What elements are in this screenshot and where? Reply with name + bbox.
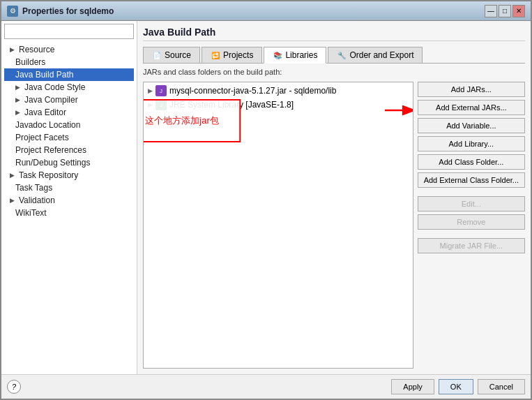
add-external-class-folder-button[interactable]: Add External Class Folder... [418,172,525,188]
dialog-content: ▶ Resource Builders Java Build Path ▶ Ja… [1,21,531,374]
add-variable-button[interactable]: Add Variable... [418,118,525,133]
tab-projects-label: Projects [223,50,253,60]
buttons-panel: Add JARs... Add External JARs... Add Var… [418,82,525,369]
sidebar-item-resource[interactable]: ▶ Resource [4,43,134,56]
sidebar-item-task-tags[interactable]: Task Tags [4,182,134,194]
window-icon: ⚙ [7,6,18,17]
sidebar-item-wikitext[interactable]: WikiText [4,207,134,219]
sidebar-item-java-editor[interactable]: ▶ Java Editor [4,106,134,119]
expand-icon: ▶ [15,96,20,103]
close-button[interactable]: ✕ [512,5,525,17]
edit-button[interactable]: Edit... [418,196,525,212]
tab-source-label: Source [165,50,191,60]
bottom-bar: ? Apply OK Cancel [1,374,531,399]
sidebar-item-run-debug[interactable]: Run/Debug Settings [4,156,134,169]
title-bar: ⚙ Properties for sqldemo — □ ✕ [1,1,531,21]
sidebar-item-label: Project Facets [15,133,69,142]
sidebar-item-label: Javadoc Location [15,120,80,130]
tab-libraries[interactable]: 📚 Libraries [264,47,326,64]
ok-button[interactable]: OK [439,379,473,394]
expand-icon: ▶ [10,197,15,204]
tab-order-export-label: Order and Export [349,50,413,60]
tab-projects[interactable]: 🔁 Projects [202,47,262,63]
classpath-tree: ▶ J mysql-connector-java-5.1.27.jar - sq… [143,82,413,369]
expand-icon: ▶ [15,109,20,116]
expand-icon: ▶ [15,84,20,91]
sidebar-item-label: Java Compiler [24,95,78,105]
expand-arrow: ▶ [148,87,153,94]
window-title: Properties for sqldemo [22,6,485,16]
help-button[interactable]: ? [7,380,21,394]
sidebar: ▶ Resource Builders Java Build Path ▶ Ja… [1,21,137,374]
panel-content: JARs and class folders on the build path… [143,68,525,369]
libraries-tab-icon: 📚 [273,50,282,60]
sidebar-item-project-facets[interactable]: Project Facets [4,131,134,144]
sidebar-item-task-repository[interactable]: ▶ Task Repository [4,169,134,182]
main-panel: Java Build Path 📄 Source 🔁 Projects 📚 Li… [137,21,531,374]
window-controls: — □ ✕ [485,5,525,17]
panel-description: JARs and class folders on the build path… [143,68,525,76]
add-jars-button[interactable]: Add JARs... [418,82,525,97]
annotation-text: 这个地方添加jar包 [145,115,218,126]
tree-item-mysql[interactable]: ▶ J mysql-connector-java-5.1.27.jar - sq… [145,84,411,98]
sidebar-item-label: Resource [19,45,54,54]
sidebar-item-java-code-style[interactable]: ▶ Java Code Style [4,81,134,94]
red-arrow-decoration [381,96,413,124]
tab-source[interactable]: 📄 Source [143,47,200,63]
remove-button[interactable]: Remove [418,214,525,230]
add-external-jars-button[interactable]: Add External JARs... [418,100,525,115]
sidebar-tree: ▶ Resource Builders Java Build Path ▶ Ja… [4,43,134,371]
tab-order-export[interactable]: 🔧 Order and Export [328,47,423,63]
sidebar-item-label: Java Build Path [15,70,73,80]
sidebar-item-label: Builders [15,57,45,67]
tab-libraries-label: Libraries [285,50,317,60]
source-tab-icon: 📄 [152,50,162,60]
minimize-button[interactable]: — [485,5,497,17]
sidebar-item-label: Java Code Style [24,82,85,92]
sidebar-item-label: Project References [15,145,86,155]
sidebar-item-label: Validation [19,195,55,205]
cancel-button[interactable]: Cancel [478,379,525,394]
migrate-jar-button[interactable]: Migrate JAR File... [418,238,525,253]
add-library-button[interactable]: Add Library... [418,136,525,151]
sidebar-item-project-references[interactable]: Project References [4,144,134,156]
sidebar-item-javadoc-location[interactable]: Javadoc Location [4,119,134,131]
sidebar-item-label: Run/Debug Settings [15,158,90,168]
expand-icon: ▶ [10,46,15,53]
order-export-tab-icon: 🔧 [337,50,347,60]
panel-title: Java Build Path [143,27,525,41]
sidebar-item-label: Task Tags [15,183,52,193]
properties-dialog: ⚙ Properties for sqldemo — □ ✕ ▶ Resourc… [0,0,532,400]
sidebar-item-builders[interactable]: Builders [4,56,134,68]
sidebar-item-java-build-path[interactable]: Java Build Path [4,68,134,81]
sidebar-item-label: WikiText [15,208,47,218]
jar-icon: J [155,85,167,96]
maximize-button[interactable]: □ [499,5,511,17]
projects-tab-icon: 🔁 [211,50,220,60]
annotation-box: 这个地方添加jar包 [143,99,241,142]
sidebar-item-java-compiler[interactable]: ▶ Java Compiler [4,94,134,106]
sidebar-item-label: Java Editor [24,108,66,117]
apply-button[interactable]: Apply [391,379,434,394]
sidebar-item-label: Task Repository [19,170,78,180]
mysql-jar-label: mysql-connector-java-5.1.27.jar - sqldem… [169,86,336,96]
expand-icon: ▶ [10,172,15,179]
search-input[interactable] [4,24,134,39]
tabs-container: 📄 Source 🔁 Projects 📚 Libraries 🔧 Order … [143,47,525,64]
sidebar-item-validation[interactable]: ▶ Validation [4,194,134,207]
add-class-folder-button[interactable]: Add Class Folder... [418,154,525,170]
split-area: ▶ J mysql-connector-java-5.1.27.jar - sq… [143,82,525,369]
